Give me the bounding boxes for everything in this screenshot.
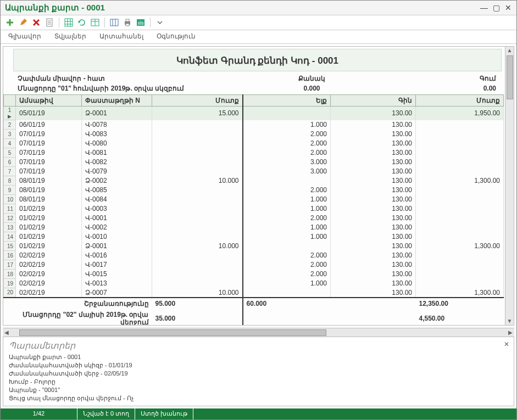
grid-icon[interactable] xyxy=(64,18,74,27)
menu-data[interactable]: Տվյալներ xyxy=(54,32,86,40)
vertical-scrollbar[interactable]: ▲ ▼ xyxy=(505,47,514,325)
cell-doc: Վ-0083 xyxy=(82,130,152,139)
table-row[interactable]: 10 08/01/19Վ-00841.000130.00 xyxy=(4,195,504,204)
table-icon[interactable] xyxy=(90,18,100,27)
table-row[interactable]: 20 02/02/19Ձ-000710.000130.001,300.00 xyxy=(4,288,504,298)
cell-in: 10.000 xyxy=(152,176,243,186)
cell-out: 2.000 xyxy=(243,270,331,279)
minimize-button[interactable]: — xyxy=(480,3,488,12)
close-button[interactable]: ✕ xyxy=(504,3,512,12)
cell-price: 130.00 xyxy=(331,158,416,167)
scroll-left-icon[interactable]: ◀ xyxy=(3,329,10,335)
table-row[interactable]: 16 02/02/19Վ-00162.000130.00 xyxy=(4,251,504,260)
cell-date: 05/01/19 xyxy=(16,107,82,120)
cell-amt xyxy=(416,130,504,139)
horizontal-scrollbar[interactable]: ◀ ▶ xyxy=(3,328,514,337)
cell-doc: Վ-0001 xyxy=(82,214,152,223)
table-row[interactable]: 12 01/02/19Վ-00012.000130.00 xyxy=(4,214,504,223)
menu-main[interactable]: Գլխավոր xyxy=(8,32,41,40)
cell-price: 130.00 xyxy=(331,223,416,232)
row-index: 15 xyxy=(4,242,16,251)
row-index: 8 xyxy=(4,176,16,186)
main-area: ▲ ▼ Կոնֆետ Գրանդ քենդի Կոդ - 0001 Չափման… xyxy=(1,44,516,408)
hdr-doc[interactable]: Փաստաթղթի N xyxy=(82,95,152,107)
table-row[interactable]: 17 02/02/19Վ-00172.000130.00 xyxy=(4,260,504,270)
cell-price: 130.00 xyxy=(331,107,416,120)
end-balance-row: Մնացորդը "02" մայիսի 2019թ. օրվա վերջում… xyxy=(4,309,504,326)
table-row[interactable]: 18 02/02/19Վ-00152.000130.00 xyxy=(4,270,504,279)
row-index: 3 xyxy=(4,130,16,139)
hdr-out[interactable]: Ելք xyxy=(243,95,331,107)
scroll-down-icon[interactable]: ▼ xyxy=(507,317,513,325)
hdr-date[interactable]: Ամսաթիվ xyxy=(16,95,82,107)
cell-price: 130.00 xyxy=(331,139,416,148)
table-row[interactable]: 3 07/01/19Վ-00832.000130.00 xyxy=(4,130,504,139)
scroll-thumb[interactable] xyxy=(507,55,513,99)
window-controls: — ▢ ✕ xyxy=(480,3,512,12)
table-row[interactable]: 11 01/02/19Վ-00031.000130.00 xyxy=(4,204,504,214)
scroll-thumb-h[interactable] xyxy=(19,329,326,336)
status-place: Ստղծ խանութ xyxy=(135,408,193,419)
cell-doc: Վ-0002 xyxy=(82,223,152,232)
separator xyxy=(104,18,105,27)
cell-date: 07/01/19 xyxy=(16,130,82,139)
table-row[interactable]: 19 02/02/19Վ-00131.000130.00 xyxy=(4,279,504,288)
table-row[interactable]: 1 ▶05/01/19Ձ-000115.000130.001,950.00 xyxy=(4,107,504,120)
cell-out: 1.000 xyxy=(243,120,331,130)
cell-out: 3.000 xyxy=(243,167,331,176)
cell-price: 130.00 xyxy=(331,288,416,298)
table-row[interactable]: 7 07/01/19Վ-00793.000130.00 xyxy=(4,167,504,176)
table-row[interactable]: 14 01/02/19Վ-00101.000130.00 xyxy=(4,232,504,242)
table-row[interactable]: 13 01/02/19Վ-00021.000130.00 xyxy=(4,223,504,232)
cell-in xyxy=(152,167,243,176)
cell-out: 2.000 xyxy=(243,148,331,158)
cell-price: 130.00 xyxy=(331,270,416,279)
add-icon[interactable] xyxy=(5,18,15,27)
cell-price: 130.00 xyxy=(331,251,416,260)
row-index: 12 xyxy=(4,214,16,223)
cell-date: 08/01/19 xyxy=(16,186,82,195)
cell-doc: Վ-0078 xyxy=(82,120,152,130)
cell-amt: 1,300.00 xyxy=(416,242,504,251)
separator xyxy=(150,18,151,27)
scroll-right-icon[interactable]: ▶ xyxy=(507,329,514,335)
table-row[interactable]: 6 07/01/19Վ-00823.000130.00 xyxy=(4,158,504,167)
hdr-in[interactable]: Մուտք xyxy=(152,95,243,107)
delete-icon[interactable] xyxy=(31,18,41,27)
table-row[interactable]: 15 01/02/19Ձ-000110.000130.001,300.00 xyxy=(4,242,504,251)
cell-in xyxy=(152,214,243,223)
hdr-amt[interactable]: Մուտք xyxy=(416,95,504,107)
edit-icon[interactable] xyxy=(18,18,28,27)
cell-in xyxy=(152,232,243,242)
dropdown-icon[interactable] xyxy=(155,18,165,27)
menu-help[interactable]: Օգնություն xyxy=(157,32,196,40)
row-index: 7 xyxy=(4,167,16,176)
print-icon[interactable] xyxy=(123,18,132,27)
cell-out: 2.000 xyxy=(243,260,331,270)
refresh-icon[interactable] xyxy=(77,18,87,27)
cell-amt: 1,950.00 xyxy=(416,107,504,120)
table-row[interactable]: 9 08/01/19Վ-00852.000130.00 xyxy=(4,186,504,195)
cell-out xyxy=(243,288,331,298)
cell-in xyxy=(152,260,243,270)
cell-amt xyxy=(416,270,504,279)
table-row[interactable]: 4 07/01/19Վ-00802.000130.00 xyxy=(4,139,504,148)
hdr-price[interactable]: Գին xyxy=(331,95,416,107)
columns-icon[interactable] xyxy=(109,18,119,27)
cell-doc: Վ-0003 xyxy=(82,204,152,214)
table-row[interactable]: 8 08/01/19Ձ-000210.000130.001,300.00 xyxy=(4,176,504,186)
scroll-up-icon[interactable]: ▲ xyxy=(507,47,513,54)
maximize-button[interactable]: ▢ xyxy=(492,3,500,12)
panel-close-icon[interactable]: ✕ xyxy=(504,340,509,348)
menu-export[interactable]: Արտահանել xyxy=(99,32,143,40)
table-row[interactable]: 5 07/01/19Վ-00812.000130.00 xyxy=(4,148,504,158)
table-row[interactable]: 2 06/01/19Վ-00781.000130.00 xyxy=(4,120,504,130)
cell-in xyxy=(152,204,243,214)
cell-amt: 1,300.00 xyxy=(416,176,504,186)
row-index: 20 xyxy=(4,288,16,298)
cell-amt xyxy=(416,223,504,232)
document-icon[interactable] xyxy=(45,18,54,27)
export-excel-icon[interactable]: xls xyxy=(136,18,146,27)
cell-price: 130.00 xyxy=(331,195,416,204)
cell-in xyxy=(152,158,243,167)
